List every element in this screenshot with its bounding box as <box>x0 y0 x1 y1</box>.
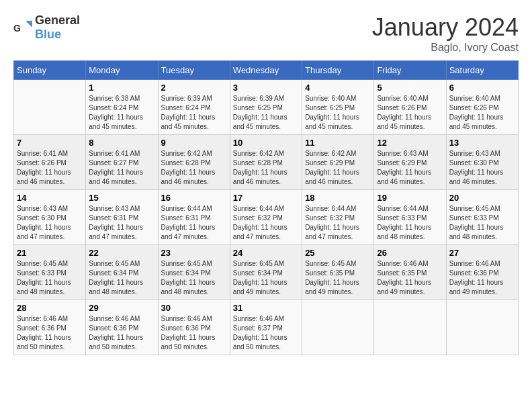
day-info: Sunrise: 6:42 AM Sunset: 6:28 PM Dayligh… <box>233 149 299 187</box>
day-info: Sunrise: 6:45 AM Sunset: 6:33 PM Dayligh… <box>449 204 515 242</box>
day-number: 16 <box>161 193 227 203</box>
calendar-cell <box>302 300 374 355</box>
svg-text:G: G <box>13 23 21 34</box>
day-info: Sunrise: 6:44 AM Sunset: 6:31 PM Dayligh… <box>161 204 227 242</box>
day-number: 8 <box>89 138 154 148</box>
day-of-week-header: Friday <box>374 61 446 80</box>
day-number: 3 <box>233 83 299 93</box>
page-header: G General Blue January 2024 Baglo, Ivory… <box>13 13 519 54</box>
calendar-cell: 18Sunrise: 6:44 AM Sunset: 6:32 PM Dayli… <box>302 190 374 245</box>
calendar-cell: 7Sunrise: 6:41 AM Sunset: 6:26 PM Daylig… <box>14 135 86 190</box>
day-number: 9 <box>161 138 227 148</box>
day-info: Sunrise: 6:46 AM Sunset: 6:36 PM Dayligh… <box>161 314 227 352</box>
day-of-week-header: Thursday <box>302 61 374 80</box>
day-number: 10 <box>233 138 299 148</box>
location-title: Baglo, Ivory Coast <box>372 42 519 54</box>
svg-marker-1 <box>26 21 32 28</box>
day-info: Sunrise: 6:43 AM Sunset: 6:31 PM Dayligh… <box>89 204 154 242</box>
calendar-cell: 13Sunrise: 6:43 AM Sunset: 6:30 PM Dayli… <box>446 135 518 190</box>
day-info: Sunrise: 6:39 AM Sunset: 6:25 PM Dayligh… <box>233 94 299 132</box>
calendar-cell: 6Sunrise: 6:40 AM Sunset: 6:26 PM Daylig… <box>446 80 518 135</box>
logo-blue: Blue <box>35 28 61 41</box>
calendar-cell: 16Sunrise: 6:44 AM Sunset: 6:31 PM Dayli… <box>158 190 230 245</box>
day-info: Sunrise: 6:46 AM Sunset: 6:37 PM Dayligh… <box>233 314 299 352</box>
day-number: 6 <box>449 83 515 93</box>
calendar-cell: 17Sunrise: 6:44 AM Sunset: 6:32 PM Dayli… <box>230 190 302 245</box>
day-number: 5 <box>377 83 443 93</box>
calendar-week-row: 14Sunrise: 6:43 AM Sunset: 6:30 PM Dayli… <box>14 190 519 245</box>
day-info: Sunrise: 6:42 AM Sunset: 6:29 PM Dayligh… <box>305 149 371 187</box>
calendar-cell: 3Sunrise: 6:39 AM Sunset: 6:25 PM Daylig… <box>230 80 302 135</box>
day-number: 1 <box>89 83 154 93</box>
day-info: Sunrise: 6:43 AM Sunset: 6:30 PM Dayligh… <box>17 204 83 242</box>
calendar-cell: 22Sunrise: 6:45 AM Sunset: 6:34 PM Dayli… <box>86 245 158 300</box>
calendar-cell: 14Sunrise: 6:43 AM Sunset: 6:30 PM Dayli… <box>14 190 86 245</box>
calendar-table: SundayMondayTuesdayWednesdayThursdayFrid… <box>13 60 519 355</box>
calendar-cell: 25Sunrise: 6:45 AM Sunset: 6:35 PM Dayli… <box>302 245 374 300</box>
calendar-cell: 5Sunrise: 6:40 AM Sunset: 6:26 PM Daylig… <box>374 80 446 135</box>
day-info: Sunrise: 6:41 AM Sunset: 6:26 PM Dayligh… <box>17 149 83 187</box>
day-info: Sunrise: 6:38 AM Sunset: 6:24 PM Dayligh… <box>89 94 154 132</box>
day-number: 28 <box>17 303 83 313</box>
day-number: 21 <box>17 248 83 258</box>
day-info: Sunrise: 6:40 AM Sunset: 6:25 PM Dayligh… <box>305 94 371 132</box>
day-number: 2 <box>161 83 227 93</box>
calendar-header-row: SundayMondayTuesdayWednesdayThursdayFrid… <box>14 61 519 80</box>
day-number: 20 <box>449 193 515 203</box>
calendar-cell <box>446 300 518 355</box>
calendar-cell: 8Sunrise: 6:41 AM Sunset: 6:27 PM Daylig… <box>86 135 158 190</box>
day-info: Sunrise: 6:45 AM Sunset: 6:34 PM Dayligh… <box>161 259 227 297</box>
day-info: Sunrise: 6:40 AM Sunset: 6:26 PM Dayligh… <box>377 94 443 132</box>
day-number: 17 <box>233 193 299 203</box>
day-number: 25 <box>305 248 371 258</box>
day-number: 11 <box>305 138 371 148</box>
day-number: 19 <box>377 193 443 203</box>
day-of-week-header: Wednesday <box>230 61 302 80</box>
day-number: 26 <box>377 248 443 258</box>
day-number: 24 <box>233 248 299 258</box>
month-title: January 2024 <box>372 13 519 42</box>
day-info: Sunrise: 6:39 AM Sunset: 6:24 PM Dayligh… <box>161 94 227 132</box>
calendar-cell <box>374 300 446 355</box>
day-number: 18 <box>305 193 371 203</box>
calendar-cell: 11Sunrise: 6:42 AM Sunset: 6:29 PM Dayli… <box>302 135 374 190</box>
day-number: 27 <box>449 248 515 258</box>
day-info: Sunrise: 6:46 AM Sunset: 6:36 PM Dayligh… <box>17 314 83 352</box>
calendar-cell: 12Sunrise: 6:43 AM Sunset: 6:29 PM Dayli… <box>374 135 446 190</box>
day-number: 30 <box>161 303 227 313</box>
calendar-cell: 20Sunrise: 6:45 AM Sunset: 6:33 PM Dayli… <box>446 190 518 245</box>
day-info: Sunrise: 6:44 AM Sunset: 6:33 PM Dayligh… <box>377 204 443 242</box>
day-number: 13 <box>449 138 515 148</box>
day-of-week-header: Sunday <box>14 61 86 80</box>
day-info: Sunrise: 6:45 AM Sunset: 6:33 PM Dayligh… <box>17 259 83 297</box>
day-number: 31 <box>233 303 299 313</box>
logo-icon: G <box>13 18 32 37</box>
day-number: 12 <box>377 138 443 148</box>
calendar-cell: 15Sunrise: 6:43 AM Sunset: 6:31 PM Dayli… <box>86 190 158 245</box>
calendar-cell: 21Sunrise: 6:45 AM Sunset: 6:33 PM Dayli… <box>14 245 86 300</box>
calendar-cell: 23Sunrise: 6:45 AM Sunset: 6:34 PM Dayli… <box>158 245 230 300</box>
calendar-week-row: 1Sunrise: 6:38 AM Sunset: 6:24 PM Daylig… <box>14 80 519 135</box>
day-info: Sunrise: 6:40 AM Sunset: 6:26 PM Dayligh… <box>449 94 515 132</box>
day-info: Sunrise: 6:46 AM Sunset: 6:36 PM Dayligh… <box>89 314 154 352</box>
day-number: 7 <box>17 138 83 148</box>
calendar-week-row: 7Sunrise: 6:41 AM Sunset: 6:26 PM Daylig… <box>14 135 519 190</box>
day-number: 29 <box>89 303 154 313</box>
calendar-week-row: 21Sunrise: 6:45 AM Sunset: 6:33 PM Dayli… <box>14 245 519 300</box>
calendar-cell: 2Sunrise: 6:39 AM Sunset: 6:24 PM Daylig… <box>158 80 230 135</box>
calendar-cell: 30Sunrise: 6:46 AM Sunset: 6:36 PM Dayli… <box>158 300 230 355</box>
day-info: Sunrise: 6:43 AM Sunset: 6:29 PM Dayligh… <box>377 149 443 187</box>
calendar-cell: 4Sunrise: 6:40 AM Sunset: 6:25 PM Daylig… <box>302 80 374 135</box>
calendar-cell: 1Sunrise: 6:38 AM Sunset: 6:24 PM Daylig… <box>86 80 158 135</box>
day-info: Sunrise: 6:45 AM Sunset: 6:35 PM Dayligh… <box>305 259 371 297</box>
day-of-week-header: Monday <box>86 61 158 80</box>
day-info: Sunrise: 6:42 AM Sunset: 6:28 PM Dayligh… <box>161 149 227 187</box>
day-info: Sunrise: 6:44 AM Sunset: 6:32 PM Dayligh… <box>305 204 371 242</box>
day-info: Sunrise: 6:45 AM Sunset: 6:34 PM Dayligh… <box>233 259 299 297</box>
calendar-cell: 24Sunrise: 6:45 AM Sunset: 6:34 PM Dayli… <box>230 245 302 300</box>
day-info: Sunrise: 6:43 AM Sunset: 6:30 PM Dayligh… <box>449 149 515 187</box>
day-info: Sunrise: 6:46 AM Sunset: 6:36 PM Dayligh… <box>449 259 515 297</box>
calendar-cell: 27Sunrise: 6:46 AM Sunset: 6:36 PM Dayli… <box>446 245 518 300</box>
calendar-cell: 19Sunrise: 6:44 AM Sunset: 6:33 PM Dayli… <box>374 190 446 245</box>
day-number: 14 <box>17 193 83 203</box>
